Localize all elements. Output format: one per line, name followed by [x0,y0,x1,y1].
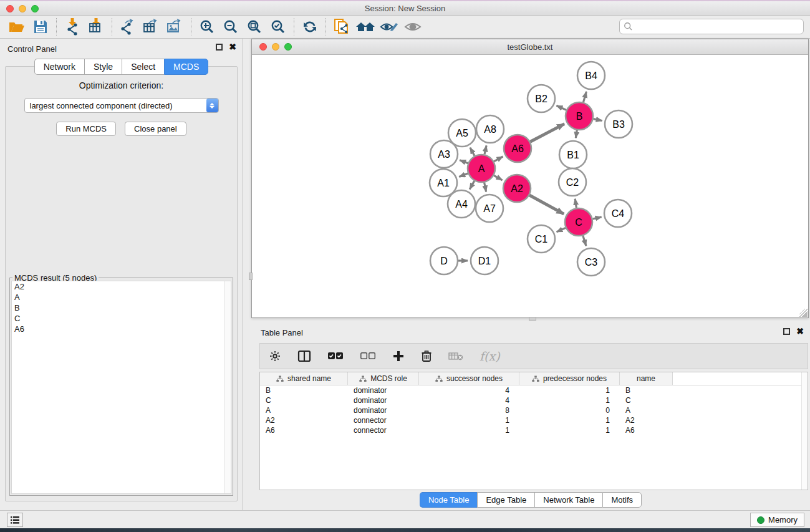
graph-edge-B-B2[interactable] [557,105,567,110]
graph-node-A4[interactable]: A4 [448,190,475,218]
tab-mcds[interactable]: MCDS [164,59,208,75]
close-panel-icon[interactable]: ✖ [229,44,236,51]
open-file-icon[interactable] [5,17,29,37]
graph-node-B1[interactable]: B1 [559,141,587,168]
export-image-icon[interactable] [163,17,187,37]
show-hide-graphics-icon[interactable] [377,17,401,37]
export-network-icon[interactable] [116,17,140,37]
export-table-icon[interactable] [140,17,163,37]
graph-node-B4[interactable]: B4 [577,62,605,89]
tab-network-table[interactable]: Network Table [534,492,602,508]
graph-node-C3[interactable]: C3 [577,248,605,276]
result-list-item[interactable]: A2 [12,281,231,292]
table-row[interactable]: Cdominator41C [260,395,808,405]
deselect-all-icon[interactable] [360,351,376,361]
refresh-icon[interactable] [298,17,322,37]
network-canvas[interactable]: B4 B2 B B3 A5 A8 A6 A3 B1 A A1 C2 A2 A4 … [253,55,808,317]
network-window-titlebar[interactable]: testGlobe.txt [252,39,808,55]
tab-node-table[interactable]: Node Table [420,492,478,508]
graph-node-B3[interactable]: B3 [605,110,632,138]
result-list-item[interactable]: A [12,292,231,302]
graph-edge-C-C1[interactable] [557,228,566,232]
result-list-item[interactable]: B [12,302,231,313]
delete-column-icon[interactable] [421,350,432,362]
import-network-icon[interactable] [60,17,84,37]
graph-edge-A-A4[interactable] [470,181,475,189]
table-row[interactable]: A6connector11A6 [260,425,808,435]
node-table[interactable]: shared nameMCDS rolesuccessor nodesprede… [259,372,808,490]
graph-node-A7[interactable]: A7 [476,195,503,222]
graph-edge-C-C2[interactable] [575,199,576,208]
graph-node-A8[interactable]: A8 [476,115,504,143]
result-list-item[interactable]: C [12,313,231,324]
float-panel-icon[interactable] [216,44,223,51]
function-builder-icon[interactable]: f(x) [480,349,500,363]
graphics-details-icon[interactable] [401,17,425,37]
column-header-successor-nodes[interactable]: successor nodes [419,372,519,385]
import-table-icon[interactable] [84,17,108,37]
tab-select[interactable]: Select [122,59,164,75]
table-settings-icon[interactable] [269,350,281,362]
graph-node-B[interactable]: B [566,102,593,130]
column-header-MCDS-role[interactable]: MCDS role [348,372,419,385]
graph-node-A6[interactable]: A6 [504,135,531,162]
graph-node-C4[interactable]: C4 [604,200,632,227]
graph-edge-A-A7[interactable] [485,183,486,192]
column-header-shared-name[interactable]: shared name [260,372,348,385]
graph-edge-A6-B[interactable] [530,124,564,142]
zoom-fit-icon[interactable] [243,17,266,37]
close-table-panel-icon[interactable]: ✖ [796,328,804,335]
save-session-icon[interactable] [29,17,52,37]
result-list-scrollbar[interactable] [224,281,231,493]
table-row[interactable]: Bdominator41B [260,385,808,395]
graph-node-A2[interactable]: A2 [503,175,531,202]
create-views-icon[interactable] [354,17,377,37]
search-box[interactable] [619,19,804,34]
splitter-handle-bottom[interactable] [529,317,536,321]
graph-edge-C-C4[interactable] [593,217,602,219]
table-scrollbar[interactable] [801,372,808,490]
result-list-item[interactable]: A6 [12,324,231,334]
table-row[interactable]: A2connector11A2 [260,415,808,425]
column-header-predecessor-nodes[interactable]: predecessor nodes [519,372,620,385]
zoom-in-icon[interactable] [195,17,219,37]
float-table-panel-icon[interactable] [783,328,790,335]
select-all-icon[interactable] [327,351,344,361]
mcds-result-list[interactable]: A2ABCA6 [11,281,231,494]
graph-node-C[interactable]: C [565,208,592,236]
close-panel-button[interactable]: Close panel [125,122,186,136]
memory-button[interactable]: Memory [750,513,804,527]
graph-node-A3[interactable]: A3 [430,140,458,168]
tab-style[interactable]: Style [84,59,122,75]
table-row[interactable]: Adominator80A [260,405,808,415]
graph-edge-A-A1[interactable] [459,173,468,177]
zoom-out-icon[interactable] [219,17,243,37]
graph-edge-B-B1[interactable] [576,130,577,138]
column-view-icon[interactable] [297,350,311,362]
tab-motifs[interactable]: Motifs [602,492,642,508]
zoom-selected-icon[interactable] [266,17,290,37]
splitter-handle-left[interactable] [249,273,253,280]
graph-edge-A-A3[interactable] [460,160,468,163]
graph-edge-A-A8[interactable] [485,145,486,154]
graph-edge-B-B4[interactable] [584,92,587,102]
graph-node-D[interactable]: D [430,247,458,274]
run-mcds-button[interactable]: Run MCDS [56,122,116,136]
graph-edge-A-A6[interactable] [494,157,503,162]
tab-edge-table[interactable]: Edge Table [477,492,534,508]
resize-grip[interactable] [799,309,808,317]
graph-node-C2[interactable]: C2 [559,168,586,196]
graph-node-D1[interactable]: D1 [471,247,498,274]
graph-edge-A-A2[interactable] [494,175,502,180]
clone-network-icon[interactable] [330,17,354,37]
add-column-icon[interactable] [392,350,405,362]
tab-network[interactable]: Network [34,59,84,75]
search-input[interactable] [633,21,803,33]
column-header-name[interactable]: name [620,372,673,385]
graph-edge-A-A5[interactable] [470,148,475,156]
graph-edge-C-C3[interactable] [583,236,586,246]
task-history-button[interactable] [7,513,23,527]
graph-edge-B-B3[interactable] [594,119,602,121]
criterion-dropdown[interactable]: largest connected component (directed) [24,98,219,113]
graph-edge-A2-C[interactable] [529,195,564,214]
